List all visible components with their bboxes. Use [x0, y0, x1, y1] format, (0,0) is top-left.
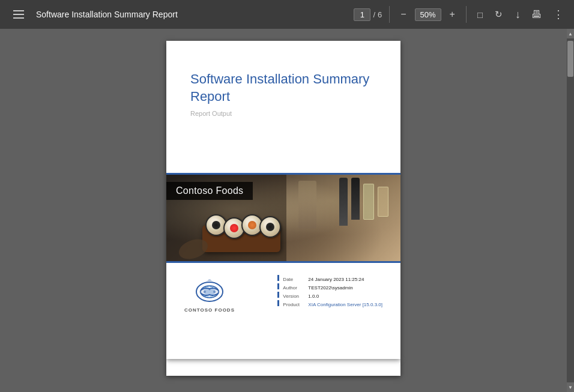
- page-separator: /: [373, 10, 375, 19]
- product-label: Product: [283, 302, 304, 307]
- document-title: Software Installation Summary Report: [36, 10, 349, 19]
- info-bar-date: [277, 275, 279, 281]
- history-button[interactable]: ↻: [491, 7, 506, 22]
- date-label: Date: [283, 277, 304, 282]
- hamburger-icon: [10, 7, 28, 22]
- info-row-version: Version 1.0.0: [277, 292, 382, 299]
- glass-1: [363, 184, 374, 220]
- scrollbar[interactable]: ▲ ▼: [567, 29, 574, 392]
- info-bar-product: [277, 300, 279, 306]
- divider-1: [389, 6, 390, 23]
- page-total: 6: [378, 10, 382, 19]
- pdf-page-1: Software Installation Summary Report Rep…: [166, 41, 400, 359]
- document-info-table: Date 24 January 2023 11:25:24 Author TES…: [277, 275, 382, 307]
- history-icon: ↻: [495, 9, 503, 20]
- page-controls: / 6: [354, 8, 382, 21]
- company-logo-text: CONTOSO FOODS: [184, 307, 235, 313]
- pdf-page-2-partial: [166, 359, 400, 376]
- menu-button[interactable]: [6, 4, 31, 25]
- zoom-out-icon: −: [400, 9, 406, 20]
- scroll-up-button[interactable]: ▲: [567, 29, 574, 38]
- scroll-down-button[interactable]: ▼: [567, 382, 574, 392]
- info-row-product: Product XIA Configuration Server [15.0.3…: [277, 300, 382, 307]
- author-label: Author: [283, 285, 304, 291]
- version-label: Version: [283, 294, 304, 299]
- banner-company-label: Contoso Foods: [166, 182, 253, 200]
- download-button[interactable]: ↓: [511, 6, 525, 23]
- fit-page-icon: □: [477, 10, 483, 20]
- svg-point-3: [204, 291, 206, 293]
- zoom-in-button[interactable]: +: [446, 7, 459, 22]
- toolbar-right-actions: ↓ 🖶 ⋮: [511, 5, 568, 23]
- info-bar-author: [277, 283, 279, 289]
- page-bottom-section: CONTOSO FOODS Date 24 January 2023 11:25…: [166, 263, 400, 359]
- download-icon: ↓: [515, 8, 521, 20]
- pdf-viewer[interactable]: Software Installation Summary Report Rep…: [0, 29, 567, 392]
- food-item-center: [298, 181, 316, 229]
- page-title-section: Software Installation Summary Report Rep…: [166, 41, 400, 173]
- zoom-in-icon: +: [450, 9, 455, 20]
- page-number-input[interactable]: [354, 8, 370, 21]
- svg-point-5: [213, 291, 216, 293]
- print-icon: 🖶: [531, 8, 542, 20]
- zoom-out-button[interactable]: −: [397, 7, 409, 22]
- print-button[interactable]: 🖶: [527, 6, 546, 23]
- toolbar: Software Installation Summary Report / 6…: [0, 0, 574, 29]
- company-logo-area: CONTOSO FOODS: [184, 275, 235, 313]
- sushi-board-area: [202, 225, 280, 252]
- scroll-thumb[interactable]: [567, 41, 573, 77]
- sushi-board: [202, 225, 280, 252]
- date-value: 24 January 2023 11:25:24: [308, 277, 364, 282]
- svg-point-4: [208, 289, 210, 291]
- product-value: XIA Configuration Server [15.0.3.0]: [308, 302, 382, 307]
- divider-2: [466, 6, 467, 23]
- report-subtitle: Report Output: [190, 110, 376, 117]
- bottle-2: [351, 178, 360, 220]
- bottle-1: [339, 178, 348, 226]
- info-row-author: Author TEST2022\sysadmin: [277, 283, 382, 291]
- author-value: TEST2022\sysadmin: [308, 285, 352, 291]
- banner-image-section: Contoso Foods: [166, 173, 400, 263]
- main-content: Software Installation Summary Report Rep…: [0, 29, 574, 392]
- company-logo: [192, 275, 228, 305]
- report-title: Software Installation Summary Report: [190, 71, 376, 105]
- sushi-roll-4: [259, 216, 281, 238]
- fit-page-button[interactable]: □: [474, 7, 486, 22]
- info-row-date: Date 24 January 2023 11:25:24: [277, 275, 382, 282]
- scroll-down-icon: ▼: [568, 385, 573, 390]
- scroll-up-icon: ▲: [568, 31, 573, 37]
- zoom-input[interactable]: [415, 8, 441, 21]
- more-options-icon: ⋮: [553, 8, 564, 20]
- sushi-rolls: [205, 214, 276, 239]
- info-bar-version: [277, 292, 279, 298]
- banner-bottles: [339, 178, 388, 226]
- logo-svg: [192, 275, 228, 305]
- version-value: 1.0.0: [308, 294, 319, 299]
- glass-2: [378, 187, 388, 217]
- more-options-button[interactable]: ⋮: [549, 5, 568, 23]
